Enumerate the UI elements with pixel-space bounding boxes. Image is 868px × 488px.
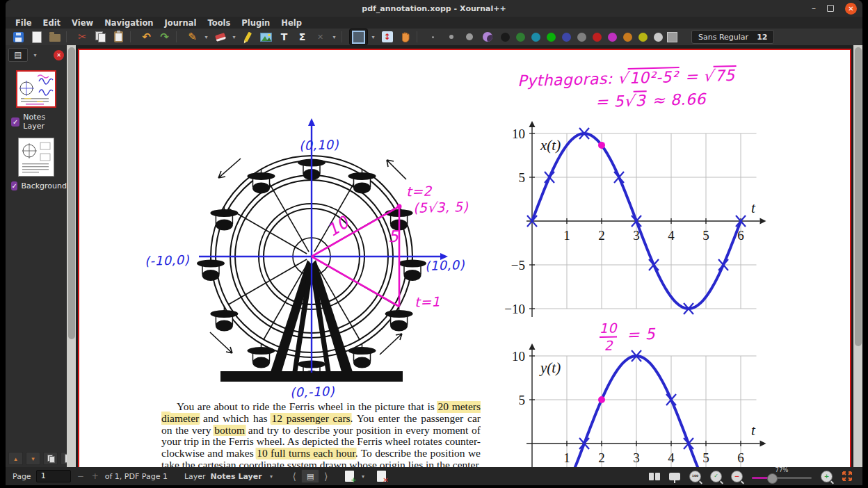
- page-up-button[interactable]: ▴: [8, 452, 23, 465]
- copy-button[interactable]: [92, 29, 109, 44]
- maximize-button[interactable]: [827, 5, 834, 12]
- color-swatch-10[interactable]: [654, 33, 663, 42]
- undo-button[interactable]: ↶: [138, 29, 155, 44]
- color-swatch-7[interactable]: [608, 33, 617, 42]
- highlighter-tool-button[interactable]: [239, 29, 257, 44]
- paste-button[interactable]: [110, 29, 127, 44]
- copy-page-button[interactable]: [43, 452, 58, 465]
- delete-page-button-status[interactable]: ✕: [377, 471, 386, 482]
- layer-chevron[interactable]: ▾: [267, 469, 276, 484]
- menu-navigation[interactable]: Navigation: [99, 17, 159, 29]
- color-picker-button[interactable]: [664, 29, 681, 44]
- sidebar-mode-chevron[interactable]: ▾: [31, 47, 40, 63]
- vertical-space-button[interactable]: ↕: [378, 29, 396, 44]
- t2-label: t=2: [406, 184, 433, 200]
- left-scrollbar[interactable]: [67, 45, 76, 467]
- line-width-fine-button[interactable]: [424, 29, 442, 44]
- fill-toggle-button[interactable]: [479, 29, 496, 44]
- page-label: Page: [13, 472, 31, 481]
- left-scrollbar-thumb[interactable]: [68, 47, 75, 339]
- zoom-100-button[interactable]: 100: [689, 471, 701, 482]
- line-width-medium-button[interactable]: [442, 29, 460, 44]
- color-swatch-4[interactable]: [562, 33, 571, 42]
- right-scrollbar[interactable]: [853, 45, 862, 467]
- fullscreen-icon[interactable]: [842, 471, 853, 482]
- page-number-input[interactable]: 1: [36, 470, 71, 482]
- right-scrollbar-thumb[interactable]: [855, 47, 862, 346]
- math-tex-button[interactable]: Σ: [294, 29, 311, 44]
- zoom-slider[interactable]: 77%: [752, 468, 812, 485]
- t2-coords-label: (5√3, 5): [413, 199, 469, 215]
- add-page-icon: +: [351, 477, 356, 484]
- color-swatch-6[interactable]: [593, 33, 602, 42]
- prev-layer-button[interactable]: ⟨: [293, 471, 296, 482]
- svg-text:5: 5: [702, 450, 709, 465]
- close-button[interactable]: ✕: [845, 3, 857, 15]
- cut-button[interactable]: ✂: [74, 29, 91, 44]
- app-window: pdf_annotation.xopp - Xournal++ – ✕ File…: [6, 0, 862, 485]
- next-layer-button[interactable]: ⟩: [324, 471, 328, 482]
- color-swatch-3[interactable]: [547, 33, 556, 42]
- menu-edit[interactable]: Edit: [38, 17, 67, 29]
- page-plus-button[interactable]: +: [90, 471, 100, 481]
- text-tool-button[interactable]: T: [275, 29, 293, 44]
- eraser-tool-button[interactable]: [211, 29, 229, 44]
- zoom-out-button[interactable]: −: [731, 471, 743, 482]
- page-down-button[interactable]: ▾: [26, 452, 40, 465]
- menu-view[interactable]: View: [66, 17, 99, 29]
- layer-stack-button[interactable]: ▤: [301, 469, 319, 483]
- shape-tool-icon: ✕: [317, 33, 323, 42]
- rect-select-button[interactable]: [349, 29, 368, 45]
- zoom-fit-button[interactable]: ✓: [710, 471, 722, 482]
- pen-options-chevron[interactable]: ▾: [202, 29, 211, 44]
- t1-label: t=1: [415, 294, 441, 310]
- shape-options-chevron[interactable]: ▾: [330, 29, 339, 44]
- shape-recognizer-button[interactable]: ✕: [312, 29, 329, 44]
- layer-selector[interactable]: Notes Layer: [211, 472, 262, 481]
- add-page-button[interactable]: +: [345, 471, 354, 482]
- color-swatch-5[interactable]: [577, 33, 586, 42]
- color-swatch-1[interactable]: [516, 33, 525, 42]
- color-swatch-2[interactable]: [531, 33, 540, 42]
- presentation-mode-button[interactable]: [669, 473, 680, 480]
- zoom-in-button[interactable]: +: [821, 471, 833, 482]
- pythagoras-result-annotation: = 5√3 ≈ 8.66: [595, 90, 706, 111]
- line-width-thick-button[interactable]: [460, 29, 478, 44]
- notes-layer-checkbox[interactable]: ✓: [11, 117, 19, 127]
- font-button[interactable]: Sans Regular 12: [691, 30, 774, 44]
- save-button[interactable]: [10, 29, 27, 44]
- pen-tool-button[interactable]: ✎: [184, 29, 201, 44]
- sidebar-close-icon[interactable]: ✕: [54, 50, 64, 60]
- new-file-button[interactable]: [28, 29, 45, 44]
- dual-page-view-button[interactable]: [649, 473, 660, 480]
- page-minus-button[interactable]: −: [76, 471, 86, 481]
- hand-tool-button[interactable]: [396, 29, 414, 44]
- image-tool-button[interactable]: [257, 29, 275, 44]
- undo-icon: ↶: [142, 32, 151, 42]
- redo-button[interactable]: ↷: [156, 29, 173, 44]
- menu-tools[interactable]: Tools: [202, 17, 236, 29]
- color-swatch-9[interactable]: [638, 33, 648, 42]
- title-bar[interactable]: pdf_annotation.xopp - Xournal++ – ✕: [6, 0, 862, 17]
- eraser-options-chevron[interactable]: ▾: [230, 29, 239, 44]
- minimize-button[interactable]: –: [812, 4, 816, 13]
- color-swatch-0[interactable]: [501, 33, 510, 42]
- color-swatch-8[interactable]: [623, 33, 632, 42]
- menu-help[interactable]: Help: [275, 17, 307, 29]
- svg-text:−5: −5: [511, 258, 525, 273]
- background-checkbox[interactable]: ✓: [11, 181, 17, 190]
- select-options-chevron[interactable]: ▾: [369, 29, 378, 44]
- pdf-page[interactable]: Pythagoras: √10²-5² = √75 = 5√3 ≈ 8.66: [78, 49, 851, 467]
- open-button[interactable]: [46, 29, 63, 44]
- page-thumbnail-notes-layer[interactable]: [16, 70, 56, 108]
- add-page-chevron[interactable]: ▾: [359, 469, 368, 484]
- menu-plugin[interactable]: Plugin: [236, 17, 275, 29]
- sidebar-preview-mode-button[interactable]: ▤: [8, 48, 28, 62]
- menu-journal[interactable]: Journal: [159, 17, 202, 29]
- zoom-slider-thumb[interactable]: [767, 473, 778, 484]
- page-thumbnail-background[interactable]: [18, 138, 54, 177]
- toolbar: ✂ ↶ ↷ ✎ ▾ ▾ T Σ ✕ ▾ ▾ ↕ Sans Regular: [6, 29, 862, 45]
- canvas-area[interactable]: Pythagoras: √10²-5² = √75 = 5√3 ≈ 8.66: [67, 45, 862, 467]
- menu-file[interactable]: File: [10, 17, 38, 29]
- passenger-car: [399, 257, 426, 281]
